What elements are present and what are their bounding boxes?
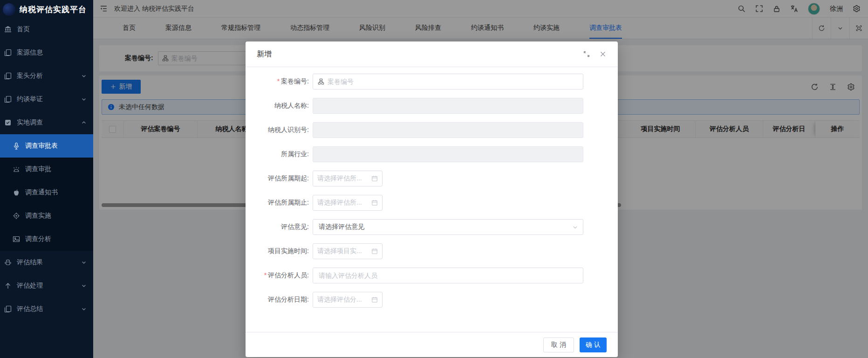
industry-field-disabled (313, 146, 583, 162)
sidebar-item-survey-approval[interactable]: 调查审批 (0, 158, 93, 181)
field-label: 评估分析日期: (257, 296, 309, 304)
taxpayer-id-field-disabled (313, 122, 583, 138)
period-end-date-picker[interactable]: 请选择评估所... (313, 195, 383, 211)
sidebar-item-field-survey[interactable]: 实地调查 (0, 111, 93, 134)
chevron-down-icon (81, 260, 87, 265)
sidebar-item-interview-evidence[interactable]: 约谈举证 (0, 88, 93, 111)
sidebar-item-assessment-result[interactable]: 评估结果 (0, 251, 93, 274)
select-placeholder: 请选择评估意见 (319, 223, 364, 231)
sidebar-item-case-source[interactable]: 案源信息 (0, 41, 93, 64)
sidebar-item-survey-analysis[interactable]: 调查分析 (0, 227, 93, 251)
cancel-button[interactable]: 取 消 (543, 337, 574, 352)
chevron-down-icon (81, 283, 87, 289)
sidebar-item-label: 调查分析 (25, 235, 51, 243)
sidebar-item-label: 实地调查 (17, 118, 43, 127)
add-dialog-footer: 取 消 确 认 (246, 332, 618, 357)
add-dialog-body: *案卷编号: 纳税人名称: 纳税人识别号: 所属行业: 评估所属期起: (246, 67, 618, 332)
calendar-icon (371, 200, 378, 206)
chevron-down-icon (81, 306, 87, 312)
implement-time-date-picker[interactable]: 请选择项目实... (313, 243, 383, 259)
dialog-fullscreen-icon[interactable] (583, 50, 590, 58)
field-label: 所属行业: (257, 150, 309, 158)
taxpayer-name-field-disabled (313, 98, 583, 114)
bank-icon (4, 26, 12, 33)
date-placeholder: 请选择评估所... (317, 199, 369, 207)
copy-icon (4, 72, 12, 80)
add-dialog-header: 新增 (246, 41, 618, 67)
form-row-analyst: *评估分析人员: (246, 267, 618, 284)
field-label: 纳税人名称: (257, 102, 309, 110)
date-placeholder: 请选择项目实... (317, 247, 369, 255)
required-marker: * (264, 271, 267, 279)
sidebar-item-home[interactable]: 首页 (0, 18, 93, 41)
calendar-icon (371, 175, 378, 182)
sidebar-item-survey-implement[interactable]: 调查实施 (0, 204, 93, 227)
network-icon (318, 78, 324, 85)
sidebar-item-label: 调查审批 (25, 165, 51, 173)
chevron-down-icon (81, 96, 87, 102)
sidebar-item-label: 案源信息 (17, 48, 43, 57)
form-row-taxpayer-id: 纳税人识别号: (246, 122, 618, 138)
case-number-field[interactable] (313, 74, 583, 90)
field-label: 评估所属期止: (257, 199, 309, 207)
copy-icon (4, 305, 12, 313)
app-logo (3, 3, 15, 16)
sidebar-item-desk-analysis[interactable]: 案头分析 (0, 64, 93, 88)
sidebar-item-label: 约谈举证 (17, 95, 43, 103)
date-placeholder: 请选择评估所... (317, 174, 369, 183)
sidebar-item-label: 案头分析 (17, 72, 43, 80)
apple-icon (13, 189, 20, 196)
form-row-taxpayer-name: 纳税人名称: (246, 97, 618, 114)
case-number-input[interactable] (328, 78, 578, 85)
sidebar-nav: 首页 案源信息 案头分析 约谈举证 实地调查 (0, 18, 93, 321)
screen: 纳税评估实践平台 首页 案源信息 案头分析 约谈举证 (0, 0, 868, 358)
sidebar-item-label: 调查实施 (25, 212, 51, 220)
aim-icon (13, 212, 20, 220)
analysis-date-picker[interactable]: 请选择评估分... (313, 292, 383, 308)
dialog-title: 新增 (257, 49, 272, 59)
field-label: *评估分析人员: (257, 271, 309, 280)
copy-icon (4, 49, 12, 56)
sidebar-item-assessment-summary[interactable]: 评估总结 (0, 297, 93, 321)
chevron-up-icon (81, 120, 87, 125)
field-label: *案卷编号: (257, 77, 309, 86)
survey-icon (4, 119, 12, 126)
sidebar-item-label: 调查通知书 (25, 188, 58, 197)
form-row-assessment-opinion: 评估意见: 请选择评估意见 (246, 219, 618, 235)
field-label: 纳税人识别号: (257, 126, 309, 134)
calendar-icon (371, 248, 378, 255)
sidebar-item-label: 评估处理 (17, 282, 43, 290)
form-row-implement-time: 项目实施时间: 请选择项目实... (246, 243, 618, 260)
alarm-icon (13, 165, 20, 173)
app-title: 纳税评估实践平台 (20, 4, 87, 15)
arrow-up-icon (4, 282, 12, 289)
calendar-icon (371, 296, 378, 303)
sidebar-item-survey-approval-form[interactable]: 调查审批表 (0, 134, 93, 158)
form-row-period-end: 评估所属期止: 请选择评估所... (246, 194, 618, 211)
analyst-input[interactable] (319, 272, 577, 279)
sidebar: 纳税评估实践平台 首页 案源信息 案头分析 约谈举证 (0, 0, 93, 358)
form-row-industry: 所属行业: (246, 146, 618, 163)
sidebar-item-label: 评估结果 (17, 258, 43, 267)
form-row-analysis-date: 评估分析日期: 请选择评估分... (246, 291, 618, 308)
sidebar-item-survey-notice[interactable]: 调查通知书 (0, 181, 93, 204)
confirm-button[interactable]: 确 认 (580, 337, 607, 352)
sidebar-item-label: 首页 (17, 25, 30, 34)
add-dialog: 新增 *案卷编号: 纳税人名称: 纳税人识别号: (246, 41, 618, 357)
field-label: 评估所属期起: (257, 174, 309, 183)
form-row-case-number: *案卷编号: (246, 73, 618, 90)
dialog-close-icon[interactable] (599, 50, 607, 58)
dialog-header-icons (583, 50, 607, 58)
period-start-date-picker[interactable]: 请选择评估所... (313, 171, 383, 186)
analyst-field[interactable] (313, 268, 583, 283)
date-placeholder: 请选择评估分... (317, 296, 369, 304)
copy-icon (4, 96, 12, 103)
sidebar-item-label: 调查审批表 (25, 142, 58, 150)
microphone-icon (13, 142, 20, 150)
sidebar-item-label: 评估总结 (17, 305, 43, 313)
chevron-down-icon (572, 224, 578, 230)
sidebar-item-assessment-handle[interactable]: 评估处理 (0, 274, 93, 297)
chevron-down-icon (81, 73, 87, 79)
field-label: 项目实施时间: (257, 247, 309, 255)
assessment-opinion-select[interactable]: 请选择评估意见 (313, 219, 583, 235)
